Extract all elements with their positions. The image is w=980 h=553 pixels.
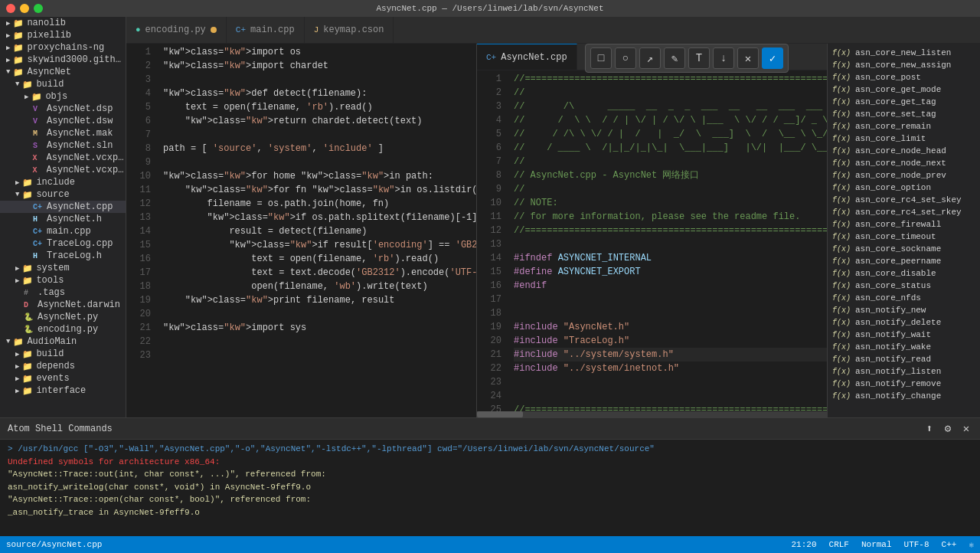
fn-item-asn_core_new_listen[interactable]: f(x)asn_core_new_listen [828,47,980,59]
sidebar-item-asyncnet-dsw[interactable]: VAsyncNet.dsw [0,115,126,127]
fn-item-asn_core_post[interactable]: f(x)asn_core_post [828,71,980,83]
close-window-button[interactable] [6,4,15,13]
sidebar-item-build[interactable]: ▼📁build [0,78,126,90]
sidebar-item-system[interactable]: ▶📁system [0,262,126,274]
fn-item-asn_notify_wake[interactable]: f(x)asn_notify_wake [828,341,980,353]
tab-keymap-cson[interactable]: Jkeymap.cson [305,17,394,43]
toolbar-text-button[interactable]: T [688,47,710,69]
fn-item-asn_core_nfds[interactable]: f(x)asn_core_nfds [828,292,980,304]
fn-item-asn_core_node_next[interactable]: f(x)asn_core_node_next [828,157,980,169]
fn-item-asn_notify_change[interactable]: f(x)asn_notify_change [828,390,980,402]
sidebar-item-proxychains-ng[interactable]: ▶📁proxychains-ng [0,41,126,54]
tab-icon-keymap-cson: J [314,25,319,34]
sidebar-item-asyncnet-cpp[interactable]: C+AsyncNet.cpp [0,201,126,213]
right-code-content[interactable]: //======================================… [508,70,827,411]
sidebar-item-asyncnet-py[interactable]: 🐍AsyncNet.py [0,311,126,323]
toolbar-pen-button[interactable]: ✎ [664,47,685,69]
toolbar-close-button[interactable]: ✕ [737,47,759,69]
sidebar-item-tracelog-h[interactable]: HTraceLog.h [0,250,126,262]
function-label: asn_core_peername [855,257,941,266]
status-language[interactable]: C++ [942,540,957,549]
panel-settings-button[interactable]: ⚙ [942,423,954,435]
fn-item-asn_core_set_tag[interactable]: f(x)asn_core_set_tag [828,108,980,120]
sidebar-item-skywind3000-github[interactable]: ▶📁skywind3000.github [0,54,126,66]
status-atom-icon[interactable]: ⚛ [969,540,974,550]
sidebar-item-asyncnet-dsp[interactable]: VAsyncNet.dsp [0,103,126,115]
fn-item-asn_core_node_head[interactable]: f(x)asn_core_node_head [828,145,980,157]
sidebar-label-system: system [36,263,69,273]
status-line-ending[interactable]: CRLF [829,540,849,549]
right-tab-asyncnet-cpp[interactable]: C+AsyncNet.cpp [477,44,577,70]
horizontal-scrollbar[interactable] [477,411,827,417]
fn-item-asn_notify_listen[interactable]: f(x)asn_notify_listen [828,365,980,378]
sidebar-item-audioMain-depends[interactable]: ▶📁depends [0,360,126,372]
sidebar-item-tags[interactable]: #.tags [0,286,126,299]
sidebar-item-source[interactable]: ▼📁source [0,188,126,201]
sidebar-item-pixellib[interactable]: ▶📁pixellib [0,29,126,41]
sidebar-label-asyncnet: AsyncNet [27,67,71,77]
fn-item-asn_notify_delete[interactable]: f(x)asn_notify_delete [828,316,980,329]
sidebar-item-tools[interactable]: ▶📁tools [0,274,126,286]
left-code-area[interactable]: 1234567891011121314151617181920212223 "k… [126,44,476,417]
function-icon: f(x) [832,245,851,254]
toolbar-confirm-button[interactable]: ✓ [762,47,783,69]
fn-item-asn_core_sockname[interactable]: f(x)asn_core_sockname [828,243,980,255]
toolbar-rect-button[interactable]: □ [590,47,612,69]
fn-item-asn_core_get_tag[interactable]: f(x)asn_core_get_tag [828,96,980,108]
fn-item-asn_core_new_assign[interactable]: f(x)asn_core_new_assign [828,59,980,71]
fn-item-asn_core_remain[interactable]: f(x)asn_core_remain [828,120,980,133]
fn-item-asn_notify_new[interactable]: f(x)asn_notify_new [828,304,980,316]
status-indentation[interactable]: Normal [861,540,892,549]
fn-item-asn_core_get_mode[interactable]: f(x)asn_core_get_mode [828,83,980,96]
tab-encoding-py[interactable]: ●encoding.py [126,17,227,43]
sidebar-item-asyncnet-vcxpro1[interactable]: XAsyncNet.vcxpro [0,152,126,164]
sidebar-item-tracelog-cpp[interactable]: C+TraceLog.cpp [0,237,126,250]
fn-item-asn_core_rc4_set_rkey[interactable]: f(x)asn_core_rc4_set_rkey [828,206,980,218]
status-file-path[interactable]: source/AsyncNet.cpp [6,540,102,549]
fn-item-asn_notify_remove[interactable]: f(x)asn_notify_remove [828,378,980,390]
right-code-area[interactable]: 1234567891011121314151617181920212223242… [477,70,827,411]
sidebar-item-audioMain-events[interactable]: ▶📁events [0,372,126,384]
fn-item-asn_core_firewall[interactable]: f(x)asn_core_firewall [828,218,980,231]
fn-item-asn_core_timeout[interactable]: f(x)asn_core_timeout [828,231,980,243]
function-label: asn_core_rc4_set_rkey [855,208,962,217]
status-encoding[interactable]: UTF-8 [904,540,929,549]
sidebar-item-include[interactable]: ▶📁include [0,176,126,188]
sidebar-item-asyncnet-darwin[interactable]: DAsyncNet.darwin [0,299,126,311]
terminal-content[interactable]: > /usr/bin/gcc ["-O3","-Wall","AsyncNet.… [0,440,980,536]
sidebar-item-asyncnet[interactable]: ▼📁AsyncNet [0,66,126,78]
minimize-window-button[interactable] [20,4,29,13]
fn-item-asn_notify_read[interactable]: f(x)asn_notify_read [828,353,980,365]
left-code-content[interactable]: "kw">class="kw">import os"kw">class="kw"… [157,44,476,417]
sidebar-item-asyncnet-vcxpro2[interactable]: XAsyncNet.vcxpro [0,164,126,176]
sidebar-item-audioMain-build[interactable]: ▶📁build [0,348,126,360]
sidebar-item-asyncnet-h[interactable]: HAsyncNet.h [0,213,126,225]
sidebar-item-objs[interactable]: ▶📁objs [0,90,126,103]
tab-main-cpp[interactable]: C+main.cpp [227,17,305,43]
toolbar-circle-button[interactable]: ○ [615,47,636,69]
toolbar-arrow-button[interactable]: ↗ [639,47,661,69]
fn-item-asn_notify_wait[interactable]: f(x)asn_notify_wait [828,329,980,341]
toolbar-download-button[interactable]: ↓ [713,47,734,69]
fn-item-asn_core_limit[interactable]: f(x)asn_core_limit [828,133,980,145]
sidebar-item-nanolib[interactable]: ▶📁nanolib [0,17,126,29]
fn-item-asn_core_option[interactable]: f(x)asn_core_option [828,182,980,194]
sidebar-item-encoding-py[interactable]: 🐍encoding.py [0,323,126,335]
status-position[interactable]: 21:20 [792,540,817,549]
fn-item-asn_core_status[interactable]: f(x)asn_core_status [828,280,980,292]
fn-item-asn_core_rc4_set_skey[interactable]: f(x)asn_core_rc4_set_skey [828,194,980,206]
tab-label-encoding-py: encoding.py [145,25,206,35]
maximize-window-button[interactable] [34,4,43,13]
sidebar-item-asyncnet-sln[interactable]: SAsyncNet.sln [0,139,126,152]
right-code-line [514,237,827,251]
fn-item-asn_core_disable[interactable]: f(x)asn_core_disable [828,267,980,280]
sidebar-item-main-cpp[interactable]: C+main.cpp [0,225,126,237]
sidebar-item-audioMain[interactable]: ▼📁AudioMain [0,335,126,348]
right-code-line: #define ASYNCNET_EXPORT [514,265,827,279]
fn-item-asn_core_peername[interactable]: f(x)asn_core_peername [828,255,980,267]
sidebar-item-audioMain-interface[interactable]: ▶📁interface [0,384,126,397]
sidebar-item-asyncnet-mak[interactable]: MAsyncNet.mak [0,127,126,139]
panel-scroll-top-button[interactable]: ⬆ [923,423,936,435]
panel-close-button[interactable]: ✕ [960,423,972,435]
fn-item-asn_core_node_prev[interactable]: f(x)asn_core_node_prev [828,169,980,182]
